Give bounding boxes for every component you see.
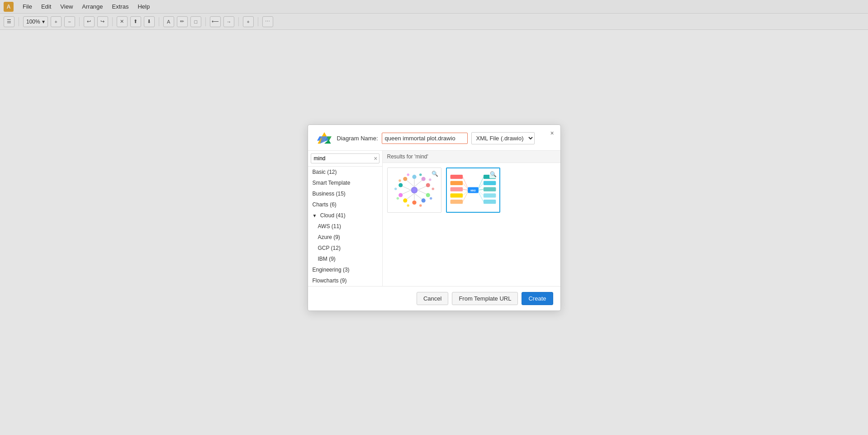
close-icon[interactable]: ×	[548, 129, 557, 138]
category-business[interactable]: Business (15)	[308, 188, 382, 199]
zoom-icon-1[interactable]: 🔍	[431, 170, 439, 178]
modal-overlay: Diagram Name: XML File (.drawio) SVG Fil…	[0, 0, 868, 435]
svg-line-52	[478, 189, 483, 190]
svg-point-22	[398, 193, 403, 197]
svg-line-19	[402, 186, 411, 190]
svg-rect-39	[450, 200, 463, 204]
diagram-name-row: Diagram Name: XML File (.drawio) SVG Fil…	[337, 132, 551, 144]
svg-line-17	[414, 193, 422, 200]
category-azure-label: Azure (9)	[318, 234, 340, 240]
category-cloud-label: Cloud (41)	[320, 212, 346, 219]
svg-line-45	[463, 177, 468, 188]
svg-line-3	[406, 180, 414, 187]
svg-text:MIND: MIND	[470, 189, 476, 191]
svg-rect-41	[483, 181, 496, 185]
new-diagram-dialog: Diagram Name: XML File (.drawio) SVG Fil…	[308, 124, 561, 311]
category-flowcharts-label: Flowcharts (9)	[313, 277, 347, 284]
svg-point-20	[398, 183, 403, 187]
svg-point-10	[426, 183, 430, 187]
svg-rect-43	[483, 193, 496, 197]
diagram-name-input[interactable]	[382, 133, 468, 144]
svg-rect-38	[450, 193, 463, 197]
svg-rect-42	[483, 187, 496, 191]
cancel-button[interactable]: Cancel	[417, 292, 448, 305]
svg-point-14	[403, 198, 407, 202]
svg-point-26	[407, 204, 409, 207]
svg-point-4	[403, 177, 407, 181]
svg-point-27	[419, 204, 422, 207]
category-business-label: Business (15)	[313, 191, 346, 197]
category-cloud[interactable]: ▼ Cloud (41)	[308, 210, 382, 221]
svg-rect-44	[483, 200, 496, 204]
search-input[interactable]	[311, 153, 379, 163]
svg-rect-36	[450, 181, 463, 185]
svg-line-7	[414, 180, 422, 187]
search-wrapper: ×	[308, 151, 382, 167]
svg-point-28	[429, 197, 432, 200]
category-flowcharts[interactable]: Flowcharts (9)	[308, 275, 382, 286]
category-basic-label: Basic (12)	[313, 169, 337, 175]
category-gcp-label: GCP (12)	[318, 245, 341, 251]
category-list: Basic (12) Smart Template Business (15) …	[308, 167, 382, 286]
svg-line-47	[463, 189, 468, 190]
diagram-name-label: Diagram Name:	[337, 135, 378, 142]
svg-line-49	[463, 192, 468, 201]
search-clear-icon[interactable]: ×	[374, 155, 377, 162]
svg-point-16	[412, 200, 416, 204]
category-gcp[interactable]: GCP (12)	[308, 243, 382, 253]
template-sidebar: × Basic (12) Smart Template Business (15…	[308, 151, 383, 286]
dialog-header: Diagram Name: XML File (.drawio) SVG Fil…	[308, 125, 560, 150]
category-azure[interactable]: Azure (9)	[308, 232, 382, 243]
template-card-mindmap2[interactable]: 🔍 MIND	[446, 167, 500, 213]
svg-point-25	[396, 197, 399, 200]
category-engineering-label: Engineering (3)	[313, 267, 350, 273]
category-charts-label: Charts (6)	[313, 201, 337, 208]
category-ibm[interactable]: IBM (9)	[308, 253, 382, 264]
svg-point-29	[432, 187, 434, 190]
svg-line-21	[402, 190, 411, 194]
svg-point-23	[398, 179, 401, 182]
category-charts[interactable]: Charts (6)	[308, 199, 382, 210]
svg-point-32	[407, 173, 409, 176]
svg-point-6	[412, 175, 416, 179]
create-button[interactable]: Create	[522, 292, 553, 305]
category-smart-template[interactable]: Smart Template	[308, 177, 382, 188]
svg-line-13	[406, 193, 414, 200]
svg-rect-37	[450, 187, 463, 191]
svg-point-18	[421, 198, 425, 202]
svg-point-30	[429, 178, 432, 181]
svg-point-24	[394, 187, 397, 190]
category-aws-label: AWS (11)	[318, 223, 342, 229]
from-template-url-button[interactable]: From Template URL	[452, 292, 518, 305]
svg-line-11	[417, 190, 427, 194]
template-card-mindmap1[interactable]: 🔍	[387, 167, 441, 213]
svg-point-8	[421, 177, 425, 181]
category-smart-label: Smart Template	[313, 180, 351, 186]
svg-point-12	[426, 193, 430, 197]
svg-line-54	[478, 192, 483, 201]
dialog-footer: Cancel From Template URL Create	[308, 286, 560, 311]
dialog-body: × Basic (12) Smart Template Business (15…	[308, 150, 560, 286]
template-grid: 🔍	[383, 163, 560, 286]
template-content: Results for 'mind' 🔍	[383, 151, 560, 286]
svg-line-50	[478, 177, 483, 188]
results-header: Results for 'mind'	[383, 151, 560, 163]
cloud-expand-arrow: ▼	[313, 213, 317, 218]
svg-point-31	[419, 173, 422, 176]
category-aws[interactable]: AWS (11)	[308, 221, 382, 232]
file-format-select[interactable]: XML File (.drawio) SVG File (.svg) HTML …	[471, 132, 535, 144]
drive-logo-icon	[317, 132, 332, 145]
category-ibm-label: IBM (9)	[318, 256, 336, 262]
svg-rect-35	[450, 175, 463, 179]
svg-line-9	[417, 186, 427, 190]
svg-point-2	[412, 188, 416, 192]
zoom-icon-2[interactable]: 🔍	[489, 170, 498, 178]
category-basic[interactable]: Basic (12)	[308, 167, 382, 177]
category-engineering[interactable]: Engineering (3)	[308, 264, 382, 275]
